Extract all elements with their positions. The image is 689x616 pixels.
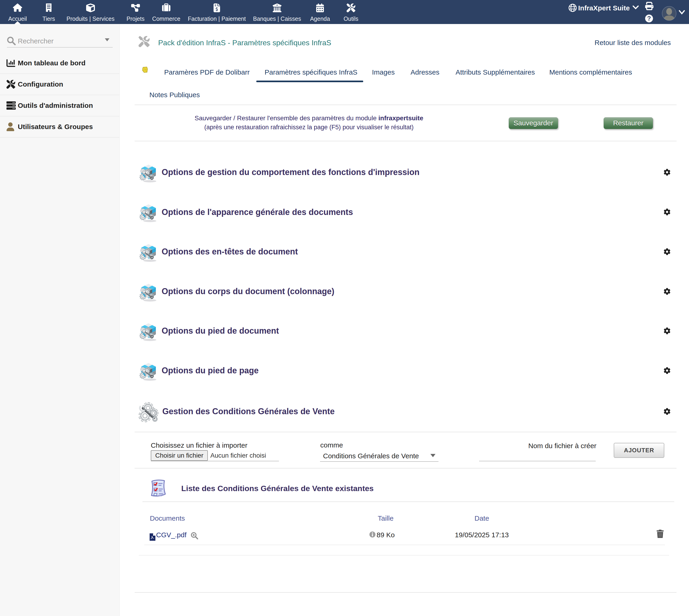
- svg-text:?: ?: [647, 15, 651, 22]
